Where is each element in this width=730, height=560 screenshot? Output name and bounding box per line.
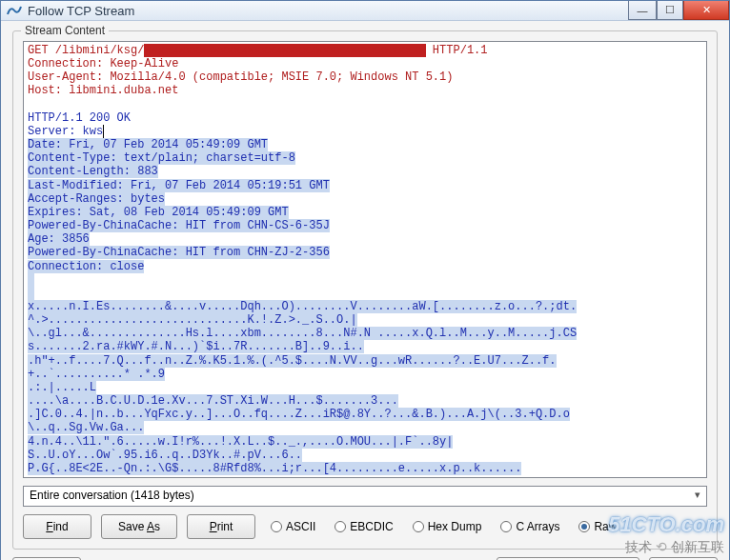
window-title: Follow TCP Stream: [28, 4, 628, 18]
http-request: GET /libmini/ksg/xxxxxxxxxxxxxxxxxxxxxxx…: [28, 44, 487, 97]
wireshark-icon: [7, 3, 22, 18]
radio-icon: [500, 521, 512, 532]
radio-ascii[interactable]: ASCII: [271, 520, 315, 533]
print-button[interactable]: Print: [187, 514, 255, 539]
button-radio-row: Find Save As Print ASCII EBCDIC Hex Dump…: [23, 514, 707, 539]
radio-icon: [335, 521, 346, 532]
radio-raw[interactable]: Raw: [578, 520, 617, 533]
conversation-select-row: Entire conversation (1418 bytes): [23, 486, 707, 507]
window-controls: — ☐ ✕: [628, 1, 729, 20]
find-button[interactable]: Find: [23, 514, 91, 539]
titlebar[interactable]: Follow TCP Stream — ☐ ✕: [1, 1, 729, 21]
close-window-button[interactable]: ✕: [683, 1, 729, 20]
follow-tcp-stream-window: Follow TCP Stream — ☐ ✕ Stream Content G…: [0, 0, 730, 560]
text-cursor: [103, 125, 104, 138]
radio-c-arrays[interactable]: C Arrays: [500, 520, 559, 533]
radio-hex-dump[interactable]: Hex Dump: [413, 520, 482, 533]
maximize-button[interactable]: ☐: [657, 1, 683, 20]
format-radio-group: ASCII EBCDIC Hex Dump C Arrays Raw: [265, 520, 707, 533]
radio-icon: [578, 521, 590, 532]
save-as-button[interactable]: Save As: [101, 514, 177, 539]
group-label: Stream Content: [21, 24, 109, 37]
conversation-select[interactable]: Entire conversation (1418 bytes): [23, 486, 707, 507]
stream-content-group: Stream Content GET /libmini/ksg/xxxxxxxx…: [12, 30, 718, 550]
minimize-button[interactable]: —: [628, 1, 657, 20]
radio-icon: [271, 521, 282, 532]
radio-icon: [413, 521, 424, 532]
radio-ebcdic[interactable]: EBCDIC: [335, 520, 393, 533]
http-response: HTTP/1.1 200 OK Server: kws Date: Fri, 0…: [28, 111, 577, 475]
client-area: Stream Content GET /libmini/ksg/xxxxxxxx…: [1, 21, 729, 560]
stream-text-area[interactable]: GET /libmini/ksg/xxxxxxxxxxxxxxxxxxxxxxx…: [23, 41, 707, 478]
